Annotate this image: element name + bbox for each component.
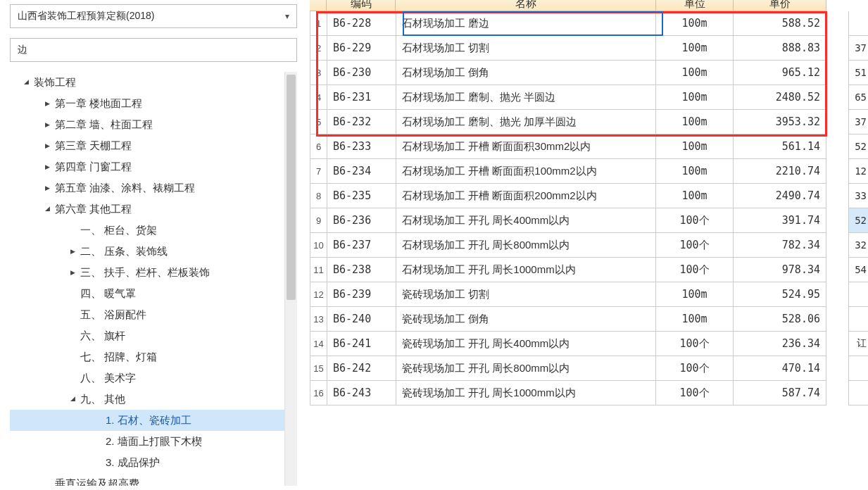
name-cell[interactable]: 瓷砖现场加工 开孔 周长1000mm以内: [396, 381, 656, 406]
tree-item[interactable]: 一、 柜台、货架: [10, 220, 297, 241]
price-cell[interactable]: 528.06: [734, 307, 826, 332]
code-cell[interactable]: B6-238: [327, 258, 396, 282]
name-cell[interactable]: 石材现场加工 磨制、抛光 半圆边: [396, 85, 656, 110]
tree-item[interactable]: ▶第一章 楼地面工程: [10, 93, 297, 114]
price-cell[interactable]: 3953.32: [734, 110, 826, 134]
scrollbar-vertical[interactable]: [284, 72, 297, 486]
table-row[interactable]: 5B6-232石材现场加工 磨制、抛光 加厚半圆边100m3953.32: [310, 110, 826, 134]
table-row[interactable]: 6B6-233石材现场加工 开槽 断面面积30mm2以内100m561.14: [310, 134, 826, 159]
unit-cell[interactable]: 100m: [656, 307, 734, 332]
unit-cell[interactable]: 100m: [656, 282, 734, 307]
table-row[interactable]: 14B6-241瓷砖现场加工 开孔 周长400mm以内100个236.34: [310, 332, 826, 356]
search-input[interactable]: 边: [10, 38, 297, 62]
code-cell[interactable]: B6-233: [327, 134, 396, 159]
price-cell[interactable]: 965.12: [734, 61, 826, 85]
unit-cell[interactable]: 100m: [656, 134, 734, 159]
name-cell[interactable]: 瓷砖现场加工 开孔 周长800mm以内: [396, 356, 656, 381]
code-cell[interactable]: B6-235: [327, 184, 396, 208]
unit-cell[interactable]: 100m: [656, 184, 734, 208]
tree-item[interactable]: 垂直运输及超高费: [10, 473, 297, 486]
code-cell[interactable]: B6-229: [327, 36, 396, 61]
tree-item[interactable]: ▶第二章 墙、柱面工程: [10, 114, 297, 135]
price-cell[interactable]: 470.14: [734, 356, 826, 381]
tree-item[interactable]: ▶二、 压条、装饰线: [10, 241, 297, 262]
unit-cell[interactable]: 100m: [656, 110, 734, 134]
tree-item[interactable]: 八、 美术字: [10, 367, 297, 389]
tree-item[interactable]: ◢装饰工程: [10, 72, 297, 93]
tree-item[interactable]: ▶第四章 门窗工程: [10, 156, 297, 177]
unit-cell[interactable]: 100m: [656, 11, 734, 36]
name-cell[interactable]: 石材现场加工 开孔 周长400mm以内: [396, 208, 656, 233]
tree-item[interactable]: 四、 暖气罩: [10, 283, 297, 304]
code-cell[interactable]: B6-237: [327, 233, 396, 258]
price-cell[interactable]: 524.95: [734, 282, 826, 307]
unit-cell[interactable]: 100个: [656, 208, 734, 233]
unit-cell[interactable]: 100个: [656, 381, 734, 406]
table-row[interactable]: 11B6-238石材现场加工 开孔 周长1000mm以内100个978.34: [310, 258, 826, 282]
tree-item[interactable]: 1. 石材、瓷砖加工: [10, 410, 297, 431]
tree-item[interactable]: ◢第六章 其他工程: [10, 199, 297, 220]
unit-cell[interactable]: 100m: [656, 36, 734, 61]
price-cell[interactable]: 888.83: [734, 36, 826, 61]
code-cell[interactable]: B6-243: [327, 381, 396, 406]
table-row[interactable]: 10B6-237石材现场加工 开孔 周长800mm以内100个782.34: [310, 233, 826, 258]
tree-item[interactable]: 2. 墙面上打眼下木楔: [10, 431, 297, 452]
table-row[interactable]: 13B6-240瓷砖现场加工 倒角100m528.06: [310, 307, 826, 332]
table-row[interactable]: 16B6-243瓷砖现场加工 开孔 周长1000mm以内100个587.74: [310, 381, 826, 406]
code-cell[interactable]: B6-234: [327, 159, 396, 184]
unit-cell[interactable]: 100m: [656, 61, 734, 85]
name-cell[interactable]: 石材现场加工 开槽 断面面积30mm2以内: [396, 134, 656, 159]
price-cell[interactable]: 561.14: [734, 134, 826, 159]
header-price[interactable]: 单价: [734, 0, 826, 11]
name-cell[interactable]: 石材现场加工 倒角: [396, 61, 656, 85]
header-code[interactable]: 编码: [327, 0, 396, 11]
tree-item[interactable]: ▶第三章 天棚工程: [10, 135, 297, 156]
name-cell[interactable]: 瓷砖现场加工 开孔 周长400mm以内: [396, 332, 656, 356]
unit-cell[interactable]: 100个: [656, 233, 734, 258]
name-cell[interactable]: 石材现场加工 开槽 断面面积200mm2以内: [396, 184, 656, 208]
header-name[interactable]: 名称: [396, 0, 656, 11]
price-cell[interactable]: 587.74: [734, 381, 826, 406]
price-cell[interactable]: 978.34: [734, 258, 826, 282]
code-cell[interactable]: B6-232: [327, 110, 396, 134]
tree-item[interactable]: ▶三、 扶手、栏杆、栏板装饰: [10, 262, 297, 283]
unit-cell[interactable]: 100个: [656, 356, 734, 381]
code-cell[interactable]: B6-236: [327, 208, 396, 233]
code-cell[interactable]: B6-241: [327, 332, 396, 356]
code-cell[interactable]: B6-231: [327, 85, 396, 110]
code-cell[interactable]: B6-242: [327, 356, 396, 381]
name-cell[interactable]: 瓷砖现场加工 切割: [396, 282, 656, 307]
unit-cell[interactable]: 100个: [656, 258, 734, 282]
table-row[interactable]: 1B6-228石材现场加工 磨边100m588.52: [310, 11, 826, 36]
tree-item[interactable]: 五、 浴厕配件: [10, 304, 297, 325]
price-cell[interactable]: 588.52: [734, 11, 826, 36]
price-cell[interactable]: 391.74: [734, 208, 826, 233]
code-cell[interactable]: B6-240: [327, 307, 396, 332]
name-cell[interactable]: 石材现场加工 切割: [396, 36, 656, 61]
name-cell[interactable]: 石材现场加工 开孔 周长1000mm以内: [396, 258, 656, 282]
price-cell[interactable]: 236.34: [734, 332, 826, 356]
tree-item[interactable]: 3. 成品保护: [10, 452, 297, 473]
unit-cell[interactable]: 100m: [656, 85, 734, 110]
price-cell[interactable]: 782.34: [734, 233, 826, 258]
tree-item[interactable]: 六、 旗杆: [10, 325, 297, 346]
table-row[interactable]: 15B6-242瓷砖现场加工 开孔 周长800mm以内100个470.14: [310, 356, 826, 381]
scrollbar-thumb[interactable]: [287, 75, 296, 300]
name-cell[interactable]: 瓷砖现场加工 倒角: [396, 307, 656, 332]
name-cell[interactable]: 石材现场加工 开槽 断面面积100mm2以内: [396, 159, 656, 184]
unit-cell[interactable]: 100m: [656, 159, 734, 184]
table-row[interactable]: 12B6-239瓷砖现场加工 切割100m524.95: [310, 282, 826, 307]
quota-standard-dropdown[interactable]: 山西省装饰工程预算定额(2018) ▾: [10, 4, 297, 28]
price-cell[interactable]: 2210.74: [734, 159, 826, 184]
header-unit[interactable]: 单位: [656, 0, 734, 11]
tree-item[interactable]: 七、 招牌、灯箱: [10, 346, 297, 367]
table-row[interactable]: 3B6-230石材现场加工 倒角100m965.12: [310, 61, 826, 85]
code-cell[interactable]: B6-228: [327, 11, 396, 36]
table-row[interactable]: 4B6-231石材现场加工 磨制、抛光 半圆边100m2480.52: [310, 85, 826, 110]
price-cell[interactable]: 2490.74: [734, 184, 826, 208]
table-row[interactable]: 8B6-235石材现场加工 开槽 断面面积200mm2以内100m2490.74: [310, 184, 826, 208]
code-cell[interactable]: B6-230: [327, 61, 396, 85]
tree-item[interactable]: ◢九、 其他: [10, 389, 297, 410]
price-cell[interactable]: 2480.52: [734, 85, 826, 110]
tree-item[interactable]: ▶第五章 油漆、涂料、裱糊工程: [10, 177, 297, 199]
